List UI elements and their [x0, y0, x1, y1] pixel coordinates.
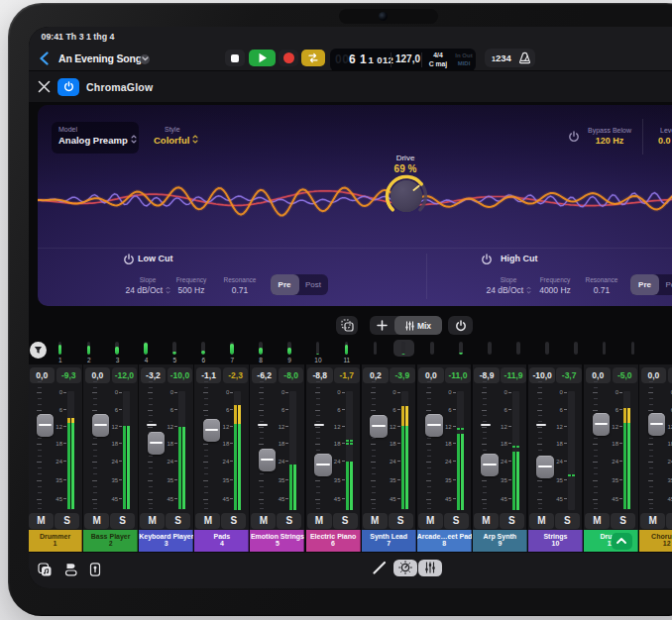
channel-strip: 0,0 -5,0 061218243545 M S: [584, 364, 638, 530]
song-title[interactable]: An Evening Song: [58, 52, 142, 64]
duplicate-button[interactable]: [336, 316, 358, 335]
track-label[interactable]: Arcade…eet Pad8: [417, 530, 472, 552]
track-label[interactable]: Electric Piano6: [306, 530, 361, 552]
low-cut-power-icon[interactable]: [123, 254, 135, 265]
mixer-view-group: Mix: [370, 316, 442, 335]
solo-button[interactable]: S: [444, 513, 469, 529]
solo-button[interactable]: S: [555, 513, 580, 529]
solo-button[interactable]: S: [55, 513, 79, 529]
fader-cap[interactable]: [536, 456, 554, 478]
solo-button[interactable]: S: [277, 513, 301, 529]
solo-button[interactable]: S: [389, 513, 413, 529]
track-label[interactable]: Arp Synth9: [473, 530, 527, 552]
solo-button[interactable]: S: [500, 513, 524, 529]
song-menu-chevron-icon[interactable]: [140, 54, 150, 64]
lcd-display[interactable]: 00 6 1 1 012 127,0 4/4C maj In OutMIDI: [330, 49, 476, 71]
mute-button[interactable]: M: [418, 513, 443, 529]
count-in-button[interactable]: 1234: [492, 52, 511, 63]
play-button[interactable]: [249, 50, 276, 66]
high-cut-power-icon[interactable]: [481, 254, 493, 265]
record-button[interactable]: [279, 50, 298, 66]
close-icon[interactable]: [38, 80, 51, 93]
drive-knob[interactable]: [382, 171, 431, 221]
count-in-group[interactable]: 1234: [485, 49, 535, 67]
metronome-icon[interactable]: [517, 52, 532, 65]
fader-cap[interactable]: [370, 415, 388, 438]
high-cut-pre-button[interactable]: Pre: [630, 274, 659, 295]
model-value[interactable]: Analog Preamp: [58, 135, 137, 146]
low-cut-post-button[interactable]: Post: [299, 274, 328, 295]
solo-button[interactable]: S: [166, 513, 190, 529]
fader-cap[interactable]: [148, 432, 166, 455]
track-label[interactable]: Pads4: [194, 530, 249, 552]
fader-cap[interactable]: [259, 449, 277, 471]
sampler-icon[interactable]: [63, 563, 77, 576]
high-cut-resonance[interactable]: Resonance0.71: [572, 276, 631, 296]
fader-cap[interactable]: [37, 414, 55, 437]
fader-value-chip: 0,0: [586, 367, 612, 383]
pencil-icon[interactable]: [372, 560, 388, 575]
track-label[interactable]: Chorus V12: [639, 530, 672, 552]
stop-button[interactable]: [225, 50, 245, 66]
smart-controls-button[interactable]: [393, 560, 417, 577]
mixer-power-button[interactable]: [448, 316, 473, 335]
low-cut-pre-button[interactable]: Pre: [271, 274, 299, 295]
track-label[interactable]: Bass Player2: [83, 530, 138, 552]
bypass-below-value[interactable]: 120 Hz: [574, 136, 645, 146]
solo-button[interactable]: S: [611, 513, 635, 529]
channel-strip: -10,0 -3,7 061218243545 M S: [528, 364, 583, 530]
cycle-button[interactable]: [301, 50, 325, 66]
mute-button[interactable]: M: [585, 513, 610, 529]
add-track-button[interactable]: [370, 316, 394, 335]
plugin-power-button[interactable]: [57, 78, 79, 96]
overview-channel-number: 6: [193, 357, 213, 363]
mute-button[interactable]: M: [29, 513, 54, 529]
mix-tab[interactable]: Mix: [394, 316, 442, 335]
style-value[interactable]: Colorful: [154, 135, 198, 146]
duplicate-icon: [341, 319, 354, 332]
high-cut-post-button[interactable]: Post: [659, 274, 672, 295]
fader-cap[interactable]: [481, 454, 499, 476]
loop-browser-icon[interactable]: [38, 563, 52, 576]
back-chevron-icon[interactable]: [39, 52, 50, 65]
overview-meter: [574, 342, 578, 355]
track-label[interactable]: Keyboard Player3: [139, 530, 193, 552]
fader-cap[interactable]: [648, 413, 666, 436]
fader-cap[interactable]: [92, 414, 110, 437]
solo-button[interactable]: S: [666, 513, 672, 529]
mute-button[interactable]: M: [529, 513, 554, 529]
fader-cap[interactable]: [593, 413, 611, 436]
mute-button[interactable]: M: [640, 513, 665, 529]
level-meter: [457, 391, 464, 510]
track-label[interactable]: Drummer1: [29, 530, 82, 552]
mixer-faders-button[interactable]: [418, 560, 442, 577]
track-label[interactable]: Strings10: [528, 530, 583, 552]
overview-channel-number: 4: [137, 357, 157, 363]
fader-cap[interactable]: [314, 454, 332, 476]
mute-button[interactable]: M: [363, 513, 388, 529]
track-label[interactable]: Emotion Strings5: [250, 530, 304, 552]
drive-label: Drive: [376, 154, 435, 162]
track-label[interactable]: Synth Lead7: [362, 530, 416, 552]
chromaglow-panel: Model Analog Preamp Style Colorful Bypas…: [38, 105, 672, 306]
lcd-tempo: 127,0: [395, 53, 420, 64]
fader-cap[interactable]: [425, 414, 443, 437]
level-value[interactable]: 0.0: [658, 136, 671, 146]
level-meter: [623, 391, 630, 510]
key-command-icon[interactable]: [88, 563, 102, 576]
fader-cap[interactable]: [203, 419, 221, 442]
high-cut-pre-post: Pre Post: [630, 274, 672, 295]
mute-button[interactable]: M: [195, 513, 220, 529]
solo-button[interactable]: S: [221, 513, 246, 529]
mute-button[interactable]: M: [140, 513, 165, 529]
solo-button[interactable]: S: [333, 513, 358, 529]
mute-button[interactable]: M: [84, 513, 109, 529]
mute-button[interactable]: M: [251, 513, 276, 529]
low-cut-resonance[interactable]: Resonance0.71: [210, 276, 270, 296]
solo-button[interactable]: S: [110, 513, 135, 529]
knob-dial-icon: [398, 561, 412, 574]
collapse-chevron-button[interactable]: [612, 533, 632, 550]
mute-button[interactable]: M: [307, 513, 332, 529]
filter-button[interactable]: [30, 342, 47, 359]
mute-button[interactable]: M: [474, 513, 499, 529]
